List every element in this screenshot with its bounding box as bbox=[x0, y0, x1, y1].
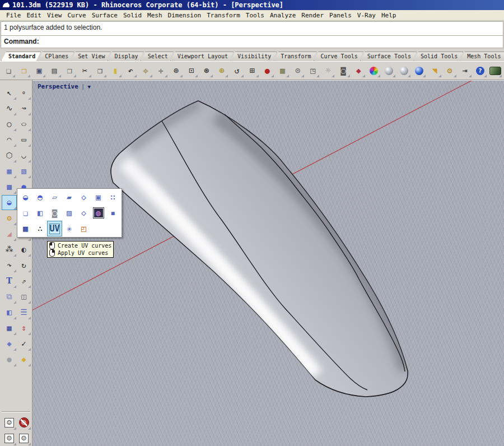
tab-visibility[interactable]: Visibility bbox=[230, 52, 277, 61]
tab-cplanes[interactable]: CPlanes bbox=[38, 52, 74, 61]
menu-transform[interactable]: Transform bbox=[204, 11, 243, 20]
named-view-button[interactable]: ◳ bbox=[305, 63, 320, 78]
surface-from-points-tool[interactable]: ▦ bbox=[18, 221, 33, 236]
select-tool[interactable]: ↖ bbox=[2, 85, 17, 100]
point-edit-tool[interactable]: ◐ bbox=[16, 242, 31, 257]
surface-revolve-tool[interactable]: ◒ bbox=[18, 189, 33, 205]
extend-surface-tool[interactable]: ◙ bbox=[47, 205, 62, 221]
menu-surface[interactable]: Surface bbox=[89, 11, 120, 20]
menu-help[interactable]: Help bbox=[379, 11, 399, 20]
show-selected-tool[interactable]: ☺ bbox=[2, 431, 17, 446]
zoom-in-button[interactable]: ⊕ bbox=[169, 63, 184, 78]
render-button[interactable] bbox=[412, 63, 427, 78]
surface-cylinder-tool[interactable]: ◒ bbox=[2, 195, 17, 210]
surface-point-grid-tool[interactable]: ∷ bbox=[105, 189, 120, 205]
arc-tool[interactable]: ◠ bbox=[2, 132, 17, 147]
dimension-tool[interactable]: ⇕ bbox=[16, 320, 31, 336]
tab-standard[interactable]: Standard bbox=[1, 52, 41, 61]
surface-edge-curves-tool[interactable]: ▣ bbox=[91, 189, 106, 205]
lock-button[interactable]: ◙ bbox=[335, 63, 351, 78]
menu-file[interactable]: File bbox=[3, 11, 24, 20]
viewport-canvas[interactable] bbox=[32, 81, 504, 446]
zoom-window-button[interactable]: ⊡ bbox=[184, 63, 199, 78]
rounded-solid-tool[interactable]: ● bbox=[2, 352, 17, 367]
solid-edit-tool[interactable]: ◧ bbox=[2, 305, 17, 320]
pinwheel-tool-tool[interactable]: ✳ bbox=[62, 221, 77, 236]
menu-edit[interactable]: Edit bbox=[24, 11, 45, 20]
pan-view-button[interactable]: ✥ bbox=[138, 63, 153, 78]
new-file-button[interactable]: ❏ bbox=[1, 63, 16, 78]
array-linear-tool[interactable]: ☰ bbox=[16, 305, 31, 320]
tab-mesh-tools[interactable]: Mesh Tools bbox=[460, 52, 504, 61]
group-tools-tool[interactable]: ⧉ bbox=[2, 289, 17, 304]
heightfield-tool[interactable]: ◍ bbox=[91, 205, 106, 221]
color-wheel-button[interactable] bbox=[366, 63, 381, 78]
rotate-view-button[interactable]: ✛ bbox=[153, 63, 169, 78]
tab-set-view[interactable]: Set View bbox=[71, 52, 110, 61]
tab-transform[interactable]: Transform bbox=[273, 52, 316, 61]
checkmark-tool-tool[interactable]: ✓ bbox=[16, 336, 31, 351]
tab-select[interactable]: Select bbox=[141, 52, 174, 61]
print-button[interactable]: ▤ bbox=[46, 63, 62, 78]
menu-vray[interactable]: V-Ray bbox=[354, 11, 379, 20]
boolean-tools-tool[interactable]: ⁂ bbox=[2, 242, 17, 257]
viewport-title[interactable]: Perspective | ▼ bbox=[35, 82, 93, 91]
menu-analyze[interactable]: Analyze bbox=[267, 11, 298, 20]
hide-objects-tool[interactable]: ☺ bbox=[16, 415, 31, 430]
patch-surface-tool[interactable]: ▧ bbox=[16, 164, 31, 179]
material-button[interactable]: ◆ bbox=[351, 63, 366, 78]
chevron-down-icon[interactable]: ▼ bbox=[87, 84, 90, 90]
rebuild-curve-tool[interactable]: ↻ bbox=[16, 258, 31, 273]
export-selected-button[interactable]: ❐ bbox=[62, 63, 77, 78]
single-point-tool[interactable]: ∘ bbox=[16, 85, 31, 100]
vray-tool-button[interactable]: ◥ bbox=[427, 63, 442, 78]
tab-curve-tools[interactable]: Curve Tools bbox=[314, 52, 363, 61]
copy-button[interactable]: ❐ bbox=[92, 63, 108, 78]
extrude-tool[interactable]: ◆ bbox=[2, 336, 17, 351]
zoom-extents-button[interactable]: ⊛ bbox=[199, 63, 214, 78]
move-tool[interactable]: ⇗ bbox=[16, 273, 31, 289]
menu-view[interactable]: View bbox=[44, 11, 65, 20]
undo-button[interactable]: ↶ bbox=[123, 63, 138, 78]
polyline-tool[interactable]: ∿ bbox=[2, 101, 17, 116]
paste-button[interactable]: ▮ bbox=[108, 63, 123, 78]
tab-display[interactable]: Display bbox=[108, 52, 144, 61]
create-uv-curves-tool[interactable]: UV bbox=[47, 221, 62, 236]
grasshopper-button[interactable] bbox=[488, 63, 503, 78]
cplane-button[interactable]: ⊙ bbox=[290, 63, 305, 78]
cut-button[interactable]: ✂ bbox=[77, 63, 92, 78]
sweep-2-rails-tool[interactable]: ▰ bbox=[62, 189, 77, 205]
show-objects-tool[interactable]: ☺ bbox=[2, 415, 17, 430]
tab-surface-tools[interactable]: Surface Tools bbox=[360, 52, 417, 61]
rail-revolve-tool[interactable]: ◓ bbox=[32, 189, 48, 205]
zoom-selected-button[interactable]: ⊕ bbox=[214, 63, 229, 78]
menu-solid[interactable]: Solid bbox=[120, 11, 144, 20]
tab-solid-tools[interactable]: Solid Tools bbox=[413, 52, 463, 61]
texture-map-button[interactable]: ▦ bbox=[275, 63, 290, 78]
polygon-tool[interactable]: ⬡ bbox=[2, 148, 17, 163]
gear-tool-tool[interactable]: ⚙ bbox=[2, 211, 17, 226]
menu-render[interactable]: Render bbox=[298, 11, 326, 20]
rectangle-tool[interactable]: ▭ bbox=[16, 132, 31, 147]
cone-tool[interactable]: ◆ bbox=[16, 352, 31, 367]
open-file-button[interactable]: ❒ bbox=[16, 63, 31, 78]
control-point-curve-tool[interactable]: ↝ bbox=[16, 101, 31, 116]
menu-panels[interactable]: Panels bbox=[326, 11, 354, 20]
render-preview-button[interactable] bbox=[396, 63, 412, 78]
freeform-curve-tool[interactable]: ◡ bbox=[16, 148, 31, 163]
array-grid-tool[interactable]: ▦ bbox=[2, 320, 17, 336]
ellipse-tool[interactable]: ○ bbox=[16, 117, 31, 132]
curve-edit-tool[interactable]: ↷ bbox=[2, 258, 17, 273]
help-button[interactable]: ? bbox=[473, 63, 488, 78]
plane-surface-tool[interactable]: ▪ bbox=[105, 205, 120, 221]
options-gear-button[interactable]: ⚙ bbox=[442, 63, 458, 78]
surface-grid-tool[interactable]: ▦ bbox=[2, 164, 17, 179]
sweep-1-rail-tool[interactable]: ▱ bbox=[47, 189, 62, 205]
undo-view-change-button[interactable]: ↺ bbox=[229, 63, 244, 78]
viewport-layout-button[interactable]: ⊞ bbox=[245, 63, 260, 78]
dimension-tool-button[interactable]: ⇥ bbox=[458, 63, 473, 78]
edge-surface-tool[interactable]: ◇ bbox=[76, 205, 91, 221]
loft-tool[interactable]: ◧ bbox=[32, 205, 48, 221]
save-file-button[interactable]: ▣ bbox=[31, 63, 46, 78]
circle-tool[interactable]: ○ bbox=[2, 117, 17, 132]
